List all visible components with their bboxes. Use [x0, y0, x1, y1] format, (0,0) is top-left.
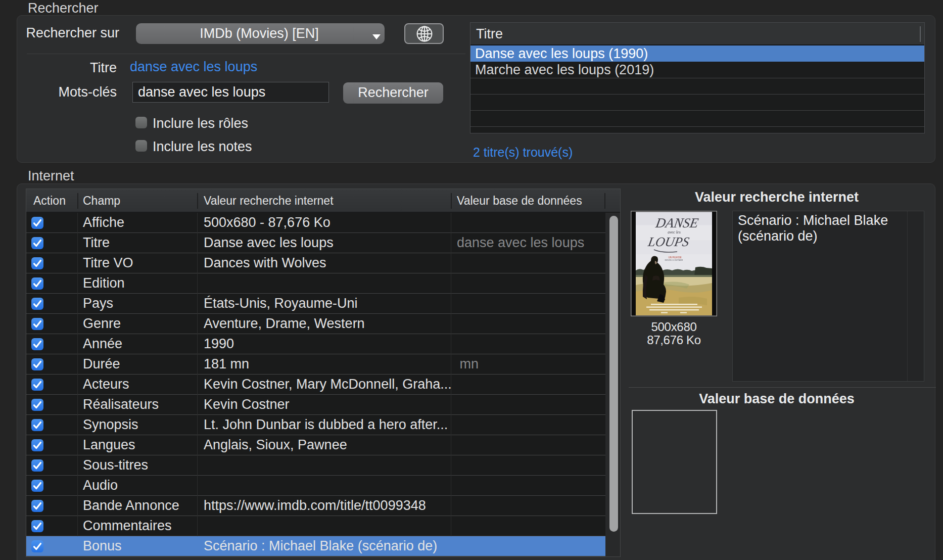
- svg-text:LOUPS: LOUPS: [646, 235, 690, 249]
- svg-text:DANSE: DANSE: [654, 215, 700, 230]
- svg-text:KEVIN COSTNER: KEVIN COSTNER: [665, 259, 683, 261]
- svg-text:avec les: avec les: [668, 230, 681, 235]
